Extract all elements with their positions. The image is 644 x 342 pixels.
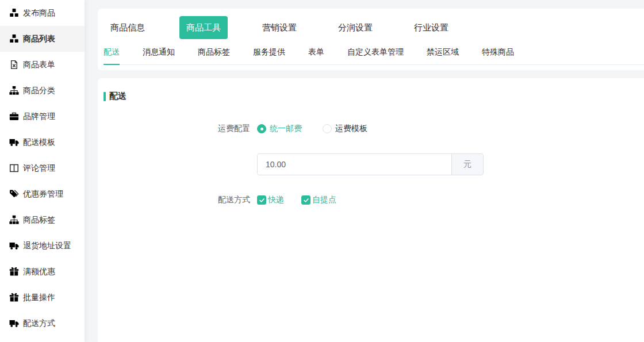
subtab-form[interactable]: 表单 xyxy=(308,44,324,65)
sitemap-icon xyxy=(9,215,19,225)
truck-icon xyxy=(9,241,19,251)
sidebar-item-label: 品牌管理 xyxy=(23,112,55,122)
checkmark-icon xyxy=(301,195,310,205)
file-excel-icon xyxy=(9,60,19,70)
postage-unit-addon: 元 xyxy=(451,154,483,175)
radio-label: 统一邮费 xyxy=(270,124,302,134)
sidebar-item-brand-management[interactable]: 品牌管理 xyxy=(0,103,85,129)
main-tabs: 商品信息 商品工具 营销设置 分润设置 行业设置 xyxy=(103,16,644,39)
tab-marketing-settings[interactable]: 营销设置 xyxy=(255,16,304,39)
sidebar-item-label: 优惠券管理 xyxy=(23,189,63,199)
radio-uniform-postage[interactable]: 统一邮费 xyxy=(257,124,302,134)
section-title: 配送 xyxy=(103,91,638,102)
gift-icon xyxy=(9,293,19,302)
sidebar-item-label: 商品标签 xyxy=(23,215,55,225)
main-area: 商品信息 商品工具 营销设置 分润设置 行业设置 配送 消息通知 商品标签 服务… xyxy=(85,0,644,342)
sidebar-item-goods-category[interactable]: 商品分类 xyxy=(0,78,85,103)
sidebar-menu: 发布商品 商品列表 商品表单 商品分类 品牌管理 配送模板 评论管理 优惠券管 xyxy=(0,0,85,336)
sidebar-item-label: 配送模板 xyxy=(23,137,55,148)
sidebar-item-label: 商品列表 xyxy=(23,34,55,44)
sidebar-item-delivery-template[interactable]: 配送模板 xyxy=(0,129,85,155)
tab-goods-info[interactable]: 商品信息 xyxy=(103,16,152,39)
tab-industry-settings[interactable]: 行业设置 xyxy=(407,16,455,39)
sidebar-item-goods-form[interactable]: 商品表单 xyxy=(0,52,85,78)
columns-icon xyxy=(9,163,19,173)
sidebar-item-full-discount[interactable]: 满额优惠 xyxy=(0,259,85,285)
freight-config-row: 运费配置 统一邮费 运费模板 xyxy=(103,124,638,134)
tab-profit-settings[interactable]: 分润设置 xyxy=(331,16,379,39)
sidebar-item-label: 退货地址设置 xyxy=(23,241,71,251)
sidebar-item-label: 商品表单 xyxy=(23,60,55,70)
sidebar-item-publish-goods[interactable]: 发布商品 xyxy=(0,0,85,26)
freight-config-label: 运费配置 xyxy=(103,124,257,134)
postage-row: 元 xyxy=(103,153,638,175)
tab-goods-tools[interactable]: 商品工具 xyxy=(179,16,228,39)
sidebar-item-delivery-method[interactable]: 配送方式 xyxy=(0,310,85,336)
radio-freight-template[interactable]: 运费模板 xyxy=(323,124,367,134)
sidebar-item-label: 满额优惠 xyxy=(23,267,55,277)
radio-circle-icon xyxy=(323,124,332,133)
content-panel: 配送 运费配置 统一邮费 运费模板 xyxy=(98,78,644,342)
sidebar-item-label: 商品分类 xyxy=(23,86,55,96)
sidebar-item-batch-operation[interactable]: 批量操作 xyxy=(0,285,85,310)
sidebar-item-label: 配送方式 xyxy=(23,318,55,329)
delivery-method-options: 快递 自提点 xyxy=(257,195,336,205)
checkbox-express[interactable]: 快递 xyxy=(257,195,284,205)
sidebar-item-comment-management[interactable]: 评论管理 xyxy=(0,155,85,181)
tabs-panel: 商品信息 商品工具 营销设置 分润设置 行业设置 配送 消息通知 商品标签 服务… xyxy=(98,9,644,70)
checkbox-label: 自提点 xyxy=(312,195,336,205)
sidebar-item-coupon-management[interactable]: 优惠券管理 xyxy=(0,181,85,207)
sidebar-item-return-address[interactable]: 退货地址设置 xyxy=(0,233,85,259)
freight-config-options: 统一邮费 运费模板 xyxy=(257,124,367,134)
sidebar-item-goods-list[interactable]: 商品列表 xyxy=(0,26,85,52)
subtab-custom-form-management[interactable]: 自定义表单管理 xyxy=(347,44,404,65)
postage-input-group: 元 xyxy=(257,153,484,175)
sidebar-item-goods-tags[interactable]: 商品标签 xyxy=(0,207,85,233)
sidebar: 发布商品 商品列表 商品表单 商品分类 品牌管理 配送模板 评论管理 优惠券管 xyxy=(0,0,85,342)
section-title-text: 配送 xyxy=(109,91,126,102)
postage-input[interactable] xyxy=(258,154,451,175)
subtab-restricted-area[interactable]: 禁运区域 xyxy=(427,44,459,65)
delivery-form: 运费配置 统一邮费 运费模板 元 xyxy=(103,124,638,205)
delivery-method-label: 配送方式 xyxy=(103,195,257,205)
subtab-special-goods[interactable]: 特殊商品 xyxy=(482,44,514,65)
sidebar-item-label: 批量操作 xyxy=(23,293,55,303)
briefcase-icon xyxy=(9,112,19,121)
subtab-delivery[interactable]: 配送 xyxy=(103,44,120,65)
cubes-icon xyxy=(9,34,19,44)
truck-icon xyxy=(9,318,19,328)
sidebar-item-label: 发布商品 xyxy=(23,8,55,18)
subtab-message-notify[interactable]: 消息通知 xyxy=(143,44,175,65)
gift-icon xyxy=(9,267,19,276)
radio-circle-icon xyxy=(257,124,266,133)
tags-icon xyxy=(9,189,19,199)
sub-tabs: 配送 消息通知 商品标签 服务提供 表单 自定义表单管理 禁运区域 特殊商品 xyxy=(103,44,644,65)
radio-label: 运费模板 xyxy=(335,124,367,134)
checkbox-label: 快递 xyxy=(268,195,284,205)
truck-icon xyxy=(9,137,19,147)
checkmark-icon xyxy=(257,195,266,205)
delivery-method-row: 配送方式 快递 自提点 xyxy=(103,195,638,205)
checkbox-pickup-point[interactable]: 自提点 xyxy=(301,195,336,205)
subtab-service-provide[interactable]: 服务提供 xyxy=(253,44,285,65)
cubes-icon xyxy=(9,8,19,18)
subtab-goods-tags[interactable]: 商品标签 xyxy=(198,44,230,65)
section-title-bar xyxy=(103,92,106,101)
sitemap-icon xyxy=(9,86,19,95)
sidebar-item-label: 评论管理 xyxy=(23,163,55,174)
